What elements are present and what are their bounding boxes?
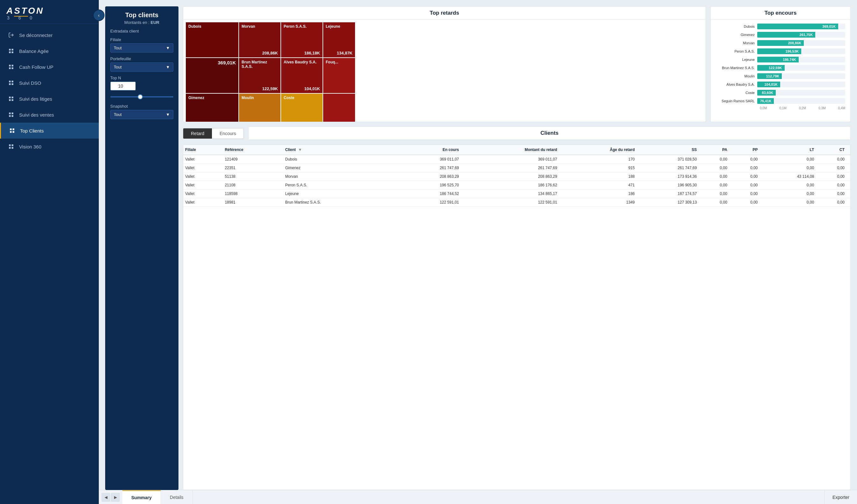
sidebar-label-litiges: Suivi des litiges: [19, 96, 52, 102]
logout-icon: [7, 32, 15, 38]
portefeuille-label: Portefeuille: [110, 56, 173, 61]
col-encours[interactable]: En cours: [390, 145, 461, 155]
top-row: Top retards Dubois Morvan 208,86K: [183, 6, 851, 122]
sidebar-collapse-button[interactable]: ‹: [93, 10, 104, 21]
clients-table-panel: Filiale Référence Client ▼ En cours Mont…: [183, 145, 851, 490]
barchart-container: Dubois 369,01K Gimenez 261,7: [711, 20, 850, 114]
snapshot-filter: Snapshot Tout ▼: [110, 104, 173, 119]
left-panel-subtitle: Montants en : EUR: [110, 20, 173, 25]
table-row: Vallet118598Lejeune186 744,52134 865,171…: [183, 190, 850, 198]
snapshot-select[interactable]: Tout ▼: [110, 110, 173, 119]
svg-rect-15: [9, 99, 11, 101]
portefeuille-filter: Portefeuille Tout ▼: [110, 56, 173, 72]
sidebar-label-ventes: Suivi des ventes: [19, 112, 54, 118]
chevron-down-icon-3: ▼: [166, 112, 170, 117]
topn-filter: Top N: [110, 75, 173, 100]
sidebar-item-logout[interactable]: Se déconnecter: [0, 27, 99, 43]
filiale-label: Filiale: [110, 37, 173, 42]
export-button[interactable]: Exporter: [824, 490, 857, 504]
topn-slider-container: [110, 92, 173, 100]
sidebar: ASTON 3 6 0 Se déconnecter Balance Agée …: [0, 0, 99, 504]
bottom-bar: ◀ ▶ Summary Details Exporter: [99, 490, 857, 504]
grid-icon-topclients: [9, 127, 16, 134]
bottom-nav-buttons: ◀ ▶: [99, 493, 122, 502]
sidebar-label-vision: Vision 360: [19, 144, 41, 150]
svg-rect-22: [13, 128, 14, 130]
col-pp[interactable]: PP: [729, 145, 760, 155]
bar-axis: 0,0M 0,1M 0,2M 0,3M 0,4M: [716, 106, 845, 110]
col-client[interactable]: Client ▼: [283, 145, 390, 155]
svg-rect-1: [9, 49, 11, 50]
tm-peron: Peron S.A.S. 186,18K: [281, 22, 322, 57]
top-retards-panel: Top retards Dubois Morvan 208,86K: [183, 6, 706, 122]
clients-header-panel: Clients: [248, 126, 851, 140]
bar-row-lejeune: Lejeune 186.74K: [716, 57, 845, 63]
svg-rect-28: [12, 147, 13, 149]
sidebar-label-topclients: Top Clients: [20, 128, 44, 134]
sidebar-label-logout: Se déconnecter: [19, 33, 53, 38]
filiale-select[interactable]: Tout ▼: [110, 43, 173, 53]
sidebar-item-vision360[interactable]: Vision 360: [0, 139, 99, 155]
grid-icon-vision: [7, 143, 15, 150]
svg-rect-8: [12, 68, 13, 69]
nav-next-button[interactable]: ▶: [111, 493, 120, 502]
svg-rect-5: [9, 65, 11, 66]
nav-prev-button[interactable]: ◀: [101, 493, 110, 502]
sidebar-item-suividso[interactable]: Suivi DSO: [0, 75, 99, 91]
tab-encours-button[interactable]: Encours: [212, 128, 243, 139]
svg-rect-25: [9, 144, 11, 146]
tm-empty: [323, 94, 355, 122]
clients-table: Filiale Référence Client ▼ En cours Mont…: [183, 145, 850, 209]
svg-rect-27: [9, 147, 11, 149]
top-encours-panel: Top encours Dubois 369,01K Gimenez: [710, 6, 851, 122]
col-ss[interactable]: SS: [637, 145, 699, 155]
sidebar-item-cashfollowup[interactable]: Cash Follow UP: [0, 59, 99, 75]
grid-icon-balance: [7, 48, 15, 54]
tm-dubois-val: 369,01K: [186, 58, 238, 93]
col-retard[interactable]: Montant du retard: [461, 145, 559, 155]
sidebar-item-balance[interactable]: Balance Agée: [0, 43, 99, 59]
middle-row: Retard Encours Clients: [183, 126, 851, 140]
svg-rect-26: [12, 144, 13, 146]
scrollbar-placeholder: [846, 145, 850, 155]
svg-rect-13: [9, 97, 11, 98]
svg-rect-4: [12, 52, 13, 53]
sidebar-item-topclients[interactable]: Top Clients: [0, 123, 99, 139]
svg-rect-21: [10, 128, 12, 130]
sidebar-label-cash: Cash Follow UP: [19, 64, 53, 70]
col-ct[interactable]: CT: [816, 145, 846, 155]
bar-row-morvan: Morvan 208,86K: [716, 40, 845, 46]
svg-rect-9: [9, 81, 11, 82]
tab-retard-button[interactable]: Retard: [183, 128, 212, 139]
tm-dubois: Dubois: [186, 22, 238, 57]
col-filiale[interactable]: Filiale: [183, 145, 223, 155]
svg-rect-11: [9, 84, 11, 85]
col-pa[interactable]: PA: [699, 145, 729, 155]
bar-row-gimenez: Gimenez 261,75K: [716, 32, 845, 38]
tab-details[interactable]: Details: [161, 490, 193, 504]
table-container[interactable]: Filiale Référence Client ▼ En cours Mont…: [183, 145, 850, 209]
tm-lejeune: Lejeune 134,87K: [323, 22, 355, 57]
topn-slider[interactable]: [110, 96, 173, 98]
col-age[interactable]: Âge du retard: [559, 145, 636, 155]
sidebar-item-ventes[interactable]: Suivi des ventes: [0, 107, 99, 123]
sidebar-item-litiges[interactable]: Suivi des litiges: [0, 91, 99, 107]
svg-rect-18: [12, 112, 13, 114]
col-ref[interactable]: Référence: [223, 145, 283, 155]
bar-row-dubois: Dubois 369,01K: [716, 23, 845, 29]
tm-coste: Coste 83,60K: [281, 94, 322, 122]
svg-rect-23: [10, 131, 12, 133]
tab-buttons: Retard Encours: [183, 128, 244, 139]
col-lt[interactable]: LT: [760, 145, 816, 155]
tab-summary[interactable]: Summary: [122, 490, 161, 504]
portefeuille-select[interactable]: Tout ▼: [110, 63, 173, 72]
svg-rect-3: [9, 52, 11, 53]
topn-input[interactable]: [110, 82, 136, 90]
table-row: Vallet21108Peron S.A.S.196 525,70186 176…: [183, 181, 850, 190]
logo-nums: 3 6 0: [6, 15, 93, 20]
svg-rect-24: [13, 131, 14, 133]
svg-rect-12: [12, 84, 13, 85]
table-row: Vallet18981Brun Martinez S.A.S.122 591,0…: [183, 198, 850, 207]
tm-morvan: Morvan 208,86K: [239, 22, 281, 57]
table-header-row: Filiale Référence Client ▼ En cours Mont…: [183, 145, 850, 155]
